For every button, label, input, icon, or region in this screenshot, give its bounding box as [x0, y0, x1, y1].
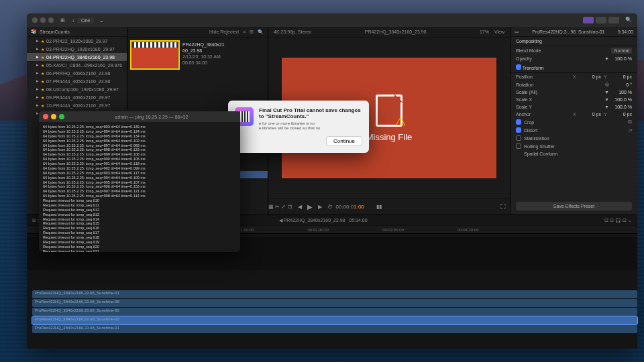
terminal-window: admin — ping 10.25.2.25 — 86×32 64 bytes…: [39, 111, 240, 252]
play-button[interactable]: ▶: [307, 203, 313, 210]
timeline-clip[interactable]: ProRes422HQ_3840x2160,23.98_Sunshine-05: [32, 308, 637, 316]
event-item[interactable]: ▸★02-PR422_1920x1080_29.97: [27, 37, 127, 45]
library-header[interactable]: 📚StreamCounts: [27, 27, 127, 37]
timecode: ⏱ 00:00:01:00: [327, 204, 364, 210]
clip-toolbar: Hide Rejected ≡ ⊞ 🔍: [127, 27, 268, 38]
position-row[interactable]: Position X0 px Y0 px: [511, 73, 637, 80]
workspace-1[interactable]: [583, 17, 594, 23]
dialog-title: Final Cut Pro Trial cannot save changes …: [259, 107, 362, 119]
crop-row[interactable]: Crop⊡: [511, 118, 637, 126]
window-controls[interactable]: [32, 17, 54, 23]
compositing-section: Compositing: [511, 37, 637, 46]
event-item[interactable]: ▸★04-PR422HQ_3840x2160_23.98: [27, 53, 127, 61]
transform-section[interactable]: Transform: [511, 62, 637, 73]
rotation-row[interactable]: Rotation◎ 0 °: [511, 80, 637, 88]
timeline-clip[interactable]: ProRes422HQ_3840x2160,23.98_Sunshine-08: [32, 299, 637, 307]
workspace-2[interactable]: [596, 17, 606, 23]
fcp-titlebar[interactable]: ⊞ ↓ One ⌄ 🔍: [27, 13, 637, 27]
inspector-header: ▭ ProRes422HQ,3...98_Sunshine-01 5:34:00: [511, 27, 637, 37]
rolling-shutter-row[interactable]: Rolling Shutter: [511, 142, 637, 150]
event-item[interactable]: ▸★07-PR4444_4056x2160_23.98: [27, 77, 127, 85]
tool-icons[interactable]: ▦ ✂ ⤢ ⊡: [268, 204, 292, 210]
missing-file-text: Missing File: [366, 132, 413, 142]
clip-metadata: PR422HQ_3840x21 60_23.98 2/13/20, 10:32 …: [182, 42, 225, 122]
distort-row[interactable]: Distort▱: [511, 126, 637, 134]
event-item[interactable]: ▸★06-PRRHQ_4096x2160_23.98: [27, 69, 127, 77]
one-button[interactable]: One: [77, 17, 94, 23]
error-dialog: Final Cut Pro Trial cannot save changes …: [228, 101, 369, 153]
timeline-name: PR422HQ_3840x2160_23.98: [284, 218, 345, 223]
event-item[interactable]: ▸★08-UrComp10b_1920x1080_29.97: [27, 85, 127, 93]
save-effects-preset-button[interactable]: Save Effects Preset: [516, 202, 632, 210]
continue-button[interactable]: Continue: [326, 136, 362, 146]
timeline-clip[interactable]: ProRes422HQ_3840x2160,23.98_Sunshine-01: [32, 290, 637, 298]
timeline-tools[interactable]: ⊡ ⊡ 🎧 ⊡ ⌄: [604, 218, 632, 223]
spatial-conform-row[interactable]: Spatial Conform: [511, 150, 637, 158]
search-icon[interactable]: 🔍: [258, 29, 264, 35]
scale-y-row[interactable]: Scale Y▼ 100.0 %: [511, 103, 637, 111]
fullscreen-icon[interactable]: ⛶: [500, 204, 506, 210]
viewer-clip-name: PR422HQ_3840x2160_23.98: [317, 29, 474, 34]
workspace-3[interactable]: [608, 17, 619, 23]
zoom-level[interactable]: 17%: [480, 29, 489, 34]
event-item[interactable]: ▸★09-PR4444_4096x2160_29.97: [27, 93, 127, 101]
prev-button[interactable]: ◀: [298, 204, 302, 210]
terminal-window-controls[interactable]: [43, 114, 64, 119]
stabilization-row[interactable]: Stabilization: [511, 134, 637, 142]
event-item[interactable]: ▸★05-XAVCI_C804...096x2160_29.976: [27, 61, 127, 69]
missing-file-icon: [376, 95, 402, 127]
dialog-body: e for one or more libraries is no e libr…: [259, 121, 362, 131]
view-menu[interactable]: View: [494, 29, 504, 34]
clip-thumbnail[interactable]: [131, 42, 178, 68]
anchor-row[interactable]: Anchor X0 px Y0 px: [511, 111, 637, 118]
format-label: 4K 23.98p, Stereo: [274, 29, 311, 34]
audio-meters: ▮▮: [376, 204, 382, 210]
next-button[interactable]: ▶: [318, 204, 322, 210]
viewer-toolbar: 4K 23.98p, Stereo PR422HQ_3840x2160_23.9…: [268, 27, 510, 38]
event-item[interactable]: ▸★10-PR4444_4096x2160_29.97: [27, 101, 127, 109]
timeline-clip[interactable]: ProRes422HQ_3840x2160,23.98_Sunshine-01: [32, 325, 637, 333]
inspector-panel: ▭ ProRes422HQ,3...98_Sunshine-01 5:34:00…: [510, 27, 637, 215]
viewer-controls: ▦ ✂ ⤢ ⊡ ◀ ▶ ▶ ⏱ 00:00:01:00 ▮▮ ⛶: [268, 198, 510, 215]
terminal-title: admin — ping 10.25.2.25 — 86×32: [67, 115, 236, 119]
filter-icon[interactable]: ≡: [243, 29, 246, 34]
scale-x-row[interactable]: Scale X▼ 100.0 %: [511, 96, 637, 103]
hide-rejected[interactable]: Hide Rejected: [209, 29, 239, 34]
terminal-output[interactable]: 64 bytes from 10.25.2.25: icmp_seq=893 t…: [39, 122, 240, 252]
opacity-row[interactable]: Opacity▼ 100.0 %: [511, 55, 637, 62]
grid-icon[interactable]: ⊞: [250, 29, 254, 35]
blend-mode-row[interactable]: Blend Mode Normal: [511, 46, 637, 55]
scale-all-row[interactable]: Scale (All)▼ 100 %: [511, 88, 637, 96]
timeline-clip[interactable]: ProRes422HQ_3840x2160,23.98_Sunshine-02: [32, 316, 637, 324]
terminal-titlebar[interactable]: admin — ping 10.25.2.25 — 86×32: [39, 111, 240, 122]
event-item[interactable]: ▸★03-PR422HQ_1920x1080_29.97: [27, 45, 127, 53]
